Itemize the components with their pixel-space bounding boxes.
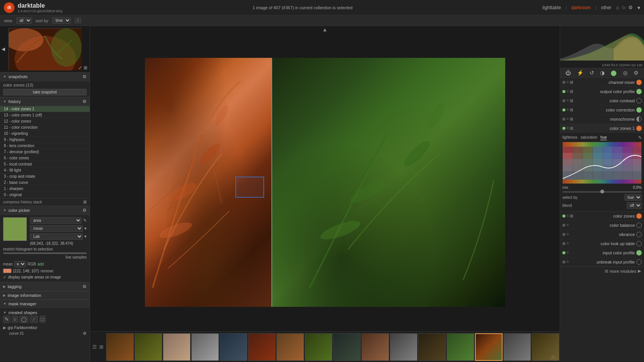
module-badge[interactable] [636,98,642,103]
module-presets-icon[interactable]: = [567,108,569,112]
snapshots-header[interactable]: ▼ snapshots ⚙ [0,72,90,81]
tagging-settings-icon[interactable]: ⚙ [82,284,87,289]
module-enable-dot[interactable] [562,251,565,254]
image-info-header[interactable]: ▶ image information [0,291,90,300]
module-enable-dot[interactable] [562,108,565,111]
nav-darkroom[interactable]: darkroom [571,5,591,10]
reset-icon[interactable]: ↺ [590,70,594,76]
thumb-expand-icon[interactable]: ⤢ [78,65,82,70]
film-thumb[interactable] [191,333,219,361]
module-enable-dot[interactable] [562,81,565,84]
cz-mix-thumb[interactable] [600,190,604,193]
film-thumb[interactable] [220,333,247,361]
home-icon[interactable]: ⌂ [616,5,619,10]
filmstrip-grid-icon[interactable]: ☰ [92,344,97,350]
tagging-header[interactable]: ▶ tagging ⚙ [0,282,90,291]
film-thumb[interactable] [418,333,446,361]
detail-icon[interactable]: ◎ [623,70,628,76]
module-reset-sq[interactable] [570,127,573,130]
module-enable-dot[interactable] [562,99,565,102]
film-thumb[interactable] [390,333,417,361]
thumb-settings-icon[interactable]: ⊞ [84,65,87,70]
cz-tab-saturation[interactable]: saturation [580,135,597,140]
module-badge[interactable] [636,241,642,246]
film-thumb[interactable] [248,333,276,361]
history-item[interactable]: 10 - vignetting [0,131,90,137]
module-badge[interactable] [636,89,642,94]
cz-tab-lightness[interactable]: lightness [562,135,577,140]
module-badge[interactable] [636,107,642,113]
mean-mode-select[interactable]: mean [30,225,83,232]
image-container[interactable] [90,33,560,331]
history-item[interactable]: 5 - local contrast [0,161,90,167]
compress-icon[interactable]: ⊞ [83,200,87,205]
module-badge[interactable] [636,116,642,122]
snapshots-settings-icon[interactable]: ⚙ [82,74,87,79]
module-presets-icon[interactable]: = [567,214,569,218]
module-badge[interactable] [636,126,642,131]
module-enable-dot[interactable] [562,118,565,121]
more-modules[interactable]: more modules ▶ [560,267,644,275]
history-item[interactable]: 8 - lens correction [0,143,90,149]
remove-label[interactable]: remove [41,269,53,273]
history-item[interactable]: 13 - color zones 1 (off) [0,112,90,118]
cz-grid[interactable] [562,142,642,184]
color-picker-header[interactable]: ▼ color picker ⚙ [0,206,90,215]
film-thumb[interactable] [276,333,304,361]
film-thumb[interactable] [333,333,361,361]
cz-pencil-icon[interactable]: ✎ [638,135,642,140]
module-enable-dot[interactable] [562,90,565,93]
sort-direction-btn[interactable]: ↑ [75,18,81,23]
module-badge[interactable] [636,259,642,265]
module-presets-icon[interactable]: = [567,80,569,84]
history-item[interactable]: 9 - highpass [0,137,90,143]
film-thumb[interactable] [135,333,162,361]
history-header[interactable]: ▼ history ⚙ [0,97,90,106]
module-reset-sq[interactable] [570,118,573,121]
module-badge[interactable] [636,213,642,219]
module-badge[interactable] [636,250,642,256]
module-enable-dot[interactable] [562,242,565,245]
module-reset-sq[interactable] [570,108,573,111]
module-enable-dot[interactable] [562,127,565,130]
history-item[interactable]: 2 - base curve [0,180,90,186]
history-item[interactable]: 7 - denoise (profiled) [0,149,90,155]
filmstrip-warning-icon[interactable]: ⚠ [551,354,555,360]
nav-lighttable[interactable]: lighttable [542,5,561,10]
pencil-tool[interactable]: ✎ [3,316,10,323]
gear-icon[interactable]: ⚙ [628,5,633,10]
film-thumb-active[interactable] [475,333,503,361]
history-item[interactable]: 14 - color zones 1 [0,106,90,112]
film-thumb[interactable] [361,333,389,361]
view-select[interactable]: all [16,17,32,24]
module-reset-sq[interactable] [570,90,573,93]
module-enable-dot[interactable] [562,224,565,227]
module-presets-icon[interactable]: = [567,98,569,103]
module-reset-sq[interactable] [570,215,573,218]
cz-blend-select[interactable]: off [627,202,642,209]
checkbox-icon[interactable]: ✓ [3,275,7,280]
mask-group-expand[interactable]: ▶ [3,325,6,330]
filmstrip-zoom-icon[interactable]: ⊞ [99,344,104,350]
circle-tool[interactable]: ○ [12,316,18,323]
ellipse-tool[interactable]: ◯ [20,316,28,323]
history-item[interactable]: 6 - color zones [0,155,90,161]
mask-manager-header[interactable]: ▼ mask manager [0,300,90,308]
mean-select[interactable]: ▾ [14,261,26,267]
top-collapse-arrow[interactable]: ▲ [322,26,328,33]
history-item[interactable]: 1 - sharpen [0,186,90,192]
correct-icon[interactable]: ◑ [600,70,605,76]
film-thumb[interactable] [503,333,531,361]
created-shapes-header[interactable]: ▼ created shapes [3,310,87,316]
history-item[interactable]: 12 - color zones [0,118,90,124]
module-badge[interactable] [636,80,642,85]
film-thumb[interactable] [163,333,191,361]
history-settings-icon[interactable]: ⚙ [82,99,87,104]
split-line[interactable] [271,58,272,307]
module-presets-icon[interactable]: = [567,126,569,130]
cz-selectby-select[interactable]: hue [624,194,642,201]
history-item[interactable]: 11 - color correction [0,124,90,131]
area-select[interactable]: area [30,217,82,224]
module-enable-dot[interactable] [562,215,565,218]
lab-dropdown-icon[interactable]: ▾ [84,234,87,239]
